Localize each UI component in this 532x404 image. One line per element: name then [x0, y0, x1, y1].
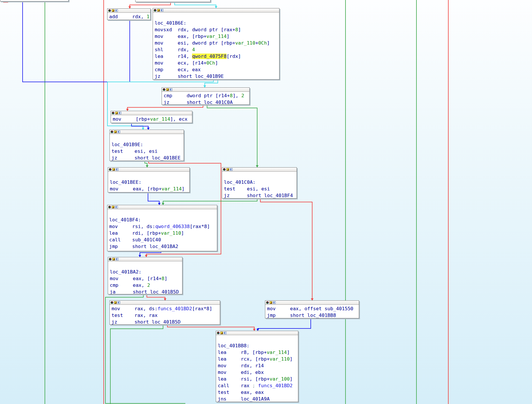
- node-titlebar[interactable]: [222, 168, 297, 172]
- graph-node-loc_401BA2[interactable]: loc_401BA2:mov eax, [r14+8]cmp eax, 2ja …: [108, 257, 182, 294]
- asm-segment: ;: [252, 383, 258, 388]
- node-titlebar[interactable]: [107, 9, 150, 13]
- edge-funcs-false-red: [167, 325, 254, 330]
- node-titlebar[interactable]: [216, 331, 298, 335]
- asm-segment: 8: [230, 93, 233, 98]
- node-icon-colors: [112, 112, 114, 114]
- node-titlebar[interactable]: [107, 205, 217, 209]
- asm-segment: test rax, rax: [111, 313, 158, 318]
- node-icon-chart: [115, 206, 118, 208]
- node-titlebar[interactable]: [110, 130, 184, 134]
- asm-segment: 8: [235, 27, 238, 32]
- node-icon-colors: [108, 206, 111, 208]
- node-icon-edit: [270, 301, 272, 304]
- node-titlebar[interactable]: [265, 301, 359, 305]
- asm-segment: mov eax, offset sub_401550: [267, 306, 353, 311]
- graph-node-mov-var114-ecx[interactable]: mov [rbp+var_114], ecx: [111, 111, 192, 123]
- asm-segment: ]: [226, 34, 229, 39]
- asm-line: [155, 13, 277, 20]
- graph-node-loc_401BEE[interactable]: loc_401BEE:mov eax, [rbp+var_114]: [108, 167, 190, 192]
- asm-segment: add rdx,: [109, 14, 147, 19]
- asm-segment: 2: [241, 93, 244, 98]
- asm-line: [110, 172, 188, 179]
- asm-segment: mov eax, [rbp+: [110, 186, 162, 192]
- asm-segment: mov rdx, r14: [218, 363, 264, 368]
- node-icon-edit: [115, 112, 118, 114]
- graph-node-loc_401BF4[interactable]: loc_401BF4:mov rsi, ds:qword_406338[rax*…: [107, 205, 217, 251]
- asm-segment: 4: [192, 47, 195, 52]
- asm-line: lea rsi, [rbp+var_100]: [218, 376, 296, 382]
- asm-line: test esi, esi: [224, 186, 295, 192]
- node-icon-edit: [112, 9, 114, 12]
- asm-segment: test eax, eax: [218, 390, 264, 395]
- asm-line: test rax, rax: [111, 312, 218, 319]
- asm-segment: qword_406338: [155, 224, 190, 229]
- asm-segment: movsxd rdx, dword ptr [rax+: [155, 27, 235, 32]
- asm-line: mov eax, [rbp+var_114]: [110, 186, 188, 192]
- asm-segment: [rax*8]: [190, 224, 210, 229]
- graph-node-mov-offset-sub[interactable]: mov eax, offset sub_401550jmp short loc_…: [265, 300, 359, 318]
- graph-node-loc_401B6E[interactable]: loc_401B6E:movsxd rdx, dword ptr [rax+8]…: [153, 8, 279, 80]
- asm-segment: test esi, esi: [111, 148, 158, 154]
- graph-node-add-rdx[interactable]: add rdx, 1: [107, 8, 151, 20]
- asm-line: lea rdi, [rbp+var_110]: [109, 230, 215, 236]
- node-titlebar[interactable]: [108, 257, 182, 261]
- graph-node-loc_401B9E[interactable]: loc_401B9E:test esi, esijz short loc_401…: [109, 130, 184, 161]
- asm-line: mov rsi, ds:qword_406338[rax*8]: [109, 223, 215, 230]
- node-code: loc_401BEE:mov eax, [rbp+var_114]: [108, 172, 189, 192]
- graph-node-mov-funcs[interactable]: mov rax, ds:funcs_401BD2[rax*8]test rax,…: [109, 300, 220, 325]
- edge-401B6E-to-cmp-cyan: [205, 80, 218, 87]
- asm-segment: var_114: [150, 116, 170, 122]
- asm-line: mov [rbp+var_114], ecx: [113, 116, 190, 122]
- asm-segment: lea r14,: [155, 54, 192, 59]
- node-code: mov eax, offset sub_401550jmp short loc_…: [265, 305, 359, 318]
- edge-mov-to-401B9E-blue: [131, 123, 148, 129]
- asm-segment: mov rax, ds:: [111, 306, 158, 311]
- graph-canvas[interactable]: add rdx, 1 loc_401B6E:movsxd rdx, dword …: [0, 0, 532, 404]
- node-code: loc_401C0A:test esi, esijz short loc_401…: [222, 172, 297, 199]
- node-icon-chart: [118, 131, 120, 133]
- asm-segment: test esi, esi: [224, 186, 270, 192]
- highlighted-name: qword_4075F8: [192, 54, 226, 59]
- node-icon-colors: [266, 301, 269, 304]
- edge-401BEE-blue: [148, 192, 159, 205]
- node-titlebar[interactable]: [111, 111, 192, 115]
- asm-segment: mov rsi, ds:: [109, 224, 155, 229]
- asm-line: mov eax, [r14+8]: [110, 275, 180, 282]
- asm-line: call rax ; funcs_401BD2: [218, 382, 296, 389]
- asm-segment: +: [255, 40, 258, 46]
- asm-segment: funcs_401BD2: [258, 383, 292, 388]
- graph-node-loc_401BB8[interactable]: loc_401BB8:lea r8, [rbp+var_114]lea rcx,…: [216, 331, 298, 402]
- asm-segment: var_114: [162, 186, 182, 192]
- node-icon-chart: [224, 332, 226, 334]
- node-titlebar[interactable]: [108, 168, 189, 172]
- asm-segment: loc_401BF4:: [109, 217, 141, 223]
- graph-node-cmp-r14[interactable]: cmp dword ptr [r14+8], 2jz short loc_401…: [162, 87, 250, 105]
- node-icon-chart: [119, 112, 121, 114]
- asm-line: jz short loc_401B5D: [111, 319, 218, 325]
- asm-segment: jz short loc_401B5D: [111, 319, 180, 325]
- asm-line: add rdx, 1: [109, 13, 149, 20]
- asm-segment: ]: [164, 276, 167, 281]
- offscreen-node-bottom-center: [135, 0, 211, 2]
- asm-line: mov esi, dword ptr [rbp+var_110+0Ch]: [155, 40, 277, 46]
- asm-segment: cmp ecx, eax: [155, 67, 201, 72]
- asm-segment: 0Ch: [258, 40, 267, 46]
- asm-segment: jmp short loc_401BB8: [267, 313, 336, 318]
- asm-line: loc_401C0A:: [224, 179, 295, 186]
- asm-line: test eax, eax: [218, 389, 296, 396]
- asm-segment: jz short loc_401BF4: [224, 193, 293, 198]
- asm-line: lea r8, [rbp+var_114]: [218, 349, 296, 356]
- asm-line: jns loc_401A9A: [218, 396, 296, 402]
- node-icon-edit: [114, 131, 117, 133]
- graph-node-loc_401C0A[interactable]: loc_401C0A:test esi, esijz short loc_401…: [222, 167, 297, 199]
- asm-segment: var_114: [206, 34, 227, 39]
- node-icon-edit: [112, 168, 115, 171]
- node-titlebar[interactable]: [162, 88, 249, 92]
- asm-line: [110, 262, 180, 269]
- node-titlebar[interactable]: [110, 301, 220, 305]
- asm-segment: jz short loc_401C0A: [164, 100, 233, 105]
- node-titlebar[interactable]: [153, 8, 279, 12]
- node-icon-chart: [161, 9, 163, 12]
- asm-segment: var_110: [270, 356, 290, 362]
